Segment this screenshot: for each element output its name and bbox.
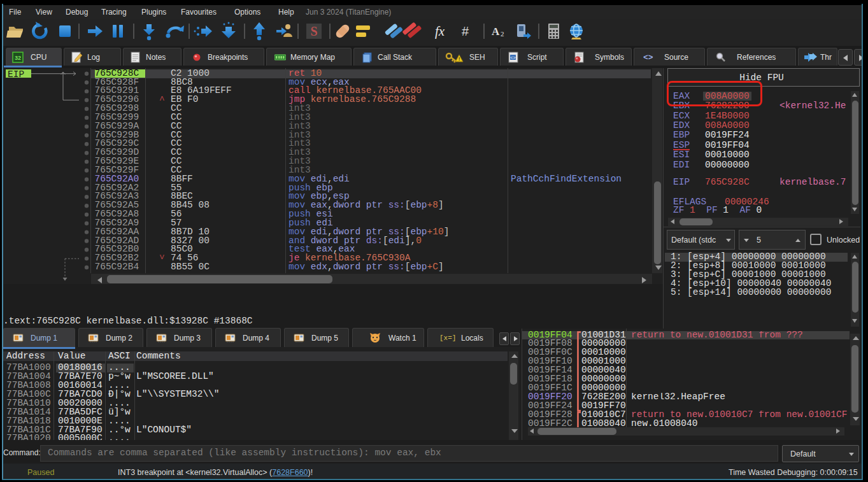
svg-text:!: ! — [459, 56, 460, 62]
svg-text:<>: <> — [643, 53, 653, 62]
svg-text:32: 32 — [15, 55, 21, 61]
svg-text:S: S — [310, 24, 317, 38]
svg-text:2: 2 — [501, 30, 504, 38]
svg-text:fx: fx — [435, 24, 445, 39]
svg-text:<>: <> — [510, 55, 515, 60]
svg-text:#: # — [462, 24, 469, 38]
svg-text:A: A — [492, 25, 500, 38]
